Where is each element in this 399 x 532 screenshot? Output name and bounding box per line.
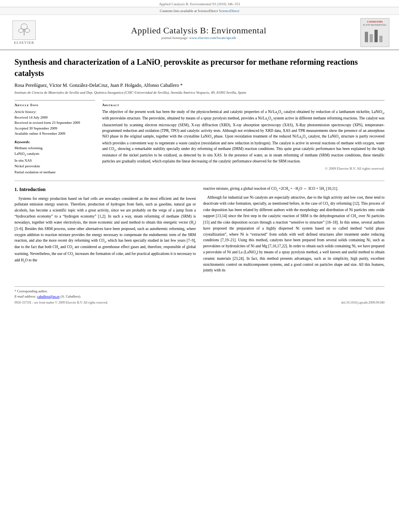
main-content: Synthesis and characterization of a LaNi… [0, 50, 399, 282]
intro-para-1: Systems for energy production based on f… [14, 196, 196, 264]
journal-reference: Applied Catalysis B: Environmental 93 (2… [159, 2, 240, 6]
copyright-line: © 2009 Elsevier B.V. All rights reserved… [102, 166, 385, 170]
page-wrapper: Applied Catalysis B: Environmental 93 (2… [0, 0, 399, 532]
affiliation: Instituto de Ciencia de Materiales de Se… [14, 90, 385, 94]
journal-name: Applied Catalysis B: Environmental [40, 25, 357, 36]
paper-title: Synthesis and characterization of a LaNi… [14, 57, 385, 78]
accepted-date: Accepted 30 September 2009 [14, 126, 95, 131]
corresponding-note: * Corresponding author. [14, 289, 385, 293]
abstract-title: Abstract [102, 103, 385, 107]
catalysis-title: CATALYSIS [363, 20, 387, 24]
article-info-title: Article Info [14, 103, 95, 107]
keyword-1: Methane reforming [14, 145, 95, 151]
contents-text: Contents lists available at ScienceDirec… [160, 9, 218, 13]
email-note: E-mail address: caballero@us.es (A. Caba… [14, 294, 385, 298]
journal-title-area: ELSEVIER Applied Catalysis B: Environmen… [0, 15, 399, 50]
keyword-2: LaNiO3 catalysts [14, 151, 95, 158]
abstract-column: Abstract The objective of the present wo… [102, 100, 385, 175]
abstract-text: The objective of the present work has be… [102, 109, 385, 164]
article-info-abstract-section: Article Info Article history: Received 1… [14, 100, 385, 175]
revised-date: Received in revised form 23 September 20… [14, 120, 95, 126]
homepage-label: journal homepage: [161, 36, 189, 40]
svg-rect-6 [374, 30, 378, 42]
journal-homepage: journal homepage: www.elsevier.com/locat… [40, 36, 357, 40]
body-col-left: 1. Introduction Systems for energy produ… [14, 186, 196, 276]
available-date: Available online 4 November 2009 [14, 131, 95, 137]
intro-para-cont: reactive mixture, giving a global reacti… [203, 186, 385, 192]
svg-rect-5 [370, 34, 373, 42]
svg-rect-7 [379, 36, 383, 42]
history-label: Article history: [14, 109, 95, 115]
article-info-column: Article Info Article history: Received 1… [14, 100, 95, 175]
article-history: Article history: Received 14 July 2009 R… [14, 109, 95, 137]
catalysis-chart-icon [363, 28, 387, 44]
journal-title-center: Applied Catalysis B: Environmental journ… [40, 25, 357, 40]
footer-area: * Corresponding author. E-mail address: … [14, 286, 385, 304]
keywords-section: Keywords: Methane reforming LaNiO3 catal… [14, 140, 95, 175]
affiliation-text: Instituto de Ciencia de Materiales de Se… [14, 90, 246, 94]
keyword-3: In situ XAS [14, 158, 95, 163]
body-col-right: reactive mixture, giving a global reacti… [203, 186, 385, 276]
issn-line: 0926-3373/$ – see front matter © 2009 El… [14, 301, 108, 304]
email-link[interactable]: caballero@us.es [37, 294, 60, 298]
right-logo: CATALYSIS B: ENVIRONMENTAL [357, 18, 389, 47]
keywords-label: Keywords: [14, 140, 95, 144]
keyword-4: Nickel perovskite [14, 163, 95, 169]
content-bar: Contents lists available at ScienceDirec… [0, 7, 399, 15]
received-date: Received 14 July 2009 [14, 115, 95, 121]
intro-heading: 1. Introduction [14, 186, 196, 193]
journal-header: Applied Catalysis B: Environmental 93 (2… [0, 0, 399, 7]
footer-bottom: 0926-3373/$ – see front matter © 2009 El… [14, 301, 385, 304]
catalysis-subtitle: B: ENVIRONMENTAL [363, 24, 387, 27]
svg-point-2 [19, 29, 23, 33]
homepage-url-link[interactable]: www.elsevier.com/locate/apcatb [189, 36, 236, 40]
doi-line: doi:10.1016/j.apcatb.2009.09.040 [341, 301, 385, 304]
email-name: (A. Caballero). [60, 294, 81, 298]
intro-para-2: Although for industrial use Ni catalysts… [203, 195, 385, 273]
keyword-5: Partial oxidation of methane [14, 169, 95, 175]
body-two-col: 1. Introduction Systems for energy produ… [14, 186, 385, 276]
keywords-list: Methane reforming LaNiO3 catalysts In si… [14, 145, 95, 175]
catalysis-logo-box: CATALYSIS B: ENVIRONMENTAL [360, 18, 389, 47]
authors: Rosa Pereñíguez, Víctor M. González-Dela… [14, 82, 385, 88]
elsevier-tree-icon [16, 23, 32, 37]
elsevier-logo: ELSEVIER [8, 21, 40, 45]
svg-rect-4 [365, 32, 368, 42]
svg-point-3 [25, 29, 30, 33]
sciencedirect-link[interactable]: ScienceDirect [219, 9, 239, 13]
authors-text: Rosa Pereñíguez, Víctor M. González-Dela… [14, 82, 183, 88]
email-label: E-mail address: [14, 294, 36, 298]
elsevier-text: ELSEVIER [14, 41, 35, 45]
section-divider [14, 181, 385, 181]
corresponding-text: Corresponding author. [17, 289, 47, 293]
